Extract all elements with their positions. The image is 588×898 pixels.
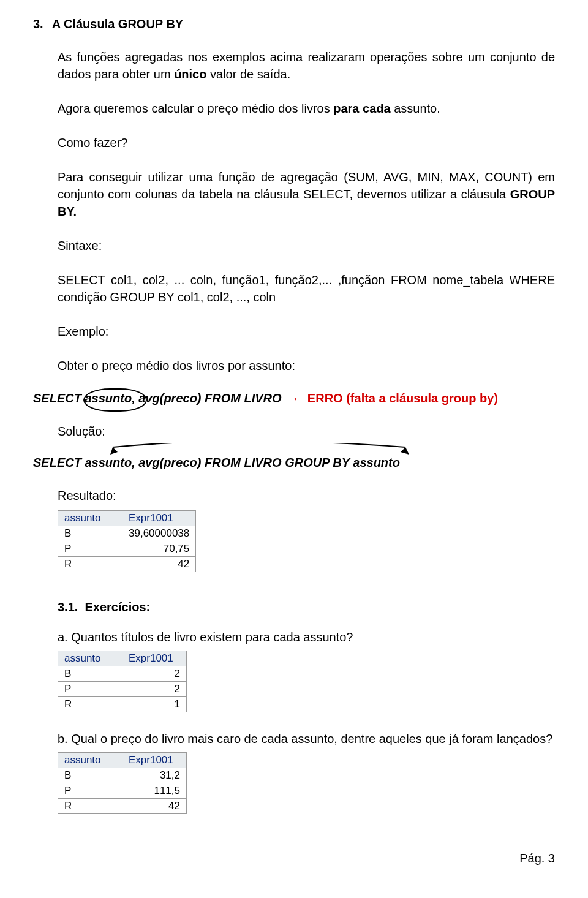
section-heading: 3. A Cláusula GROUP BY [33, 17, 555, 31]
section-number: 3. [33, 17, 43, 31]
sql-col-circled: assunto, [85, 391, 135, 405]
exercises-number: 3.1. [58, 600, 78, 614]
table-cell: 31,2 [123, 768, 187, 783]
table-cell: 2 [123, 682, 187, 697]
sql-keyword: SELECT [33, 391, 85, 405]
table-header-row: assunto Expr1001 [58, 651, 187, 666]
exercise-b: b. Qual o preço do livro mais caro de ca… [58, 732, 555, 746]
result-table-3: assunto Expr1001 B 31,2 P 111,5 R 42 [58, 752, 187, 814]
syntax-label: Sintaxe: [58, 237, 555, 254]
text-bold: único [174, 67, 206, 81]
table-header-row: assunto Expr1001 [58, 511, 196, 526]
text-span: As funções agregadas nos exemplos acima … [58, 50, 555, 81]
sql-rest: avg(preco) FROM LIVRO [135, 391, 282, 405]
text-span: Para conseguir utilizar uma função de ag… [58, 170, 555, 201]
table-row: R 42 [58, 799, 187, 814]
table-cell: B [58, 768, 123, 783]
table-row: P 70,75 [58, 541, 196, 557]
table-cell: B [58, 526, 123, 541]
table-cell: B [58, 666, 123, 682]
table-body: B 39,60000038 P 70,75 R 42 [58, 526, 196, 572]
exercise-a: a. Quantos títulos de livro existem para… [58, 630, 555, 644]
error-text: ERRO (falta a cláusula group by) [307, 391, 498, 405]
table-cell: 1 [123, 697, 187, 712]
table-cell: R [58, 799, 123, 814]
arrow-left-icon: ← [292, 391, 304, 405]
paragraph-3: Como fazer? [58, 134, 555, 151]
document-page: 3. A Cláusula GROUP BY As funções agrega… [0, 0, 588, 875]
table-row: R 42 [58, 557, 196, 572]
table-cell: R [58, 557, 123, 572]
table-cell: 42 [123, 557, 196, 572]
syntax-text: SELECT col1, col2, ... coln, função1, fu… [58, 271, 555, 306]
table-head: assunto Expr1001 [58, 511, 196, 526]
sql-ok-text: SELECT assunto, avg(preco) FROM LIVRO GR… [33, 456, 400, 469]
exercises-title: Exercícios: [85, 600, 150, 614]
table-body: B 2 P 2 R 1 [58, 666, 187, 712]
table-body: B 31,2 P 111,5 R 42 [58, 768, 187, 814]
table-row: P 111,5 [58, 783, 187, 799]
paragraph-2: Agora queremos calcular o preço médio do… [58, 100, 555, 117]
table-header: assunto [58, 753, 123, 768]
table-cell: 2 [123, 666, 187, 682]
example-label: Exemplo: [58, 323, 555, 340]
text-span: Agora queremos calcular o preço médio do… [58, 102, 333, 115]
example-description: Obter o preço médio dos livros por assun… [58, 357, 555, 374]
section-title: A Cláusula GROUP BY [52, 17, 184, 31]
solution-label: Solução: [58, 423, 555, 440]
table-cell: 70,75 [123, 541, 196, 557]
result-table-1: assunto Expr1001 B 39,60000038 P 70,75 R… [58, 510, 196, 572]
table-header: assunto [58, 511, 123, 526]
table-header-row: assunto Expr1001 [58, 753, 187, 768]
exercises-heading: 3.1. Exercícios: [58, 600, 555, 614]
table-header: Expr1001 [123, 511, 196, 526]
result-label: Resultado: [58, 487, 555, 504]
table-cell: 39,60000038 [123, 526, 196, 541]
table-cell: 42 [123, 799, 187, 814]
paragraph-1: As funções agregadas nos exemplos acima … [58, 48, 555, 83]
table-row: B 2 [58, 666, 187, 682]
table-header: assunto [58, 651, 123, 666]
table-row: B 39,60000038 [58, 526, 196, 541]
table-row: B 31,2 [58, 768, 187, 783]
result-table-2: assunto Expr1001 B 2 P 2 R 1 [58, 651, 187, 712]
table-row: P 2 [58, 682, 187, 697]
text-span: valor de saída. [206, 67, 290, 81]
text-bold: para cada [333, 102, 390, 115]
table-head: assunto Expr1001 [58, 753, 187, 768]
table-cell: P [58, 682, 123, 697]
table-cell: P [58, 783, 123, 799]
page-footer: Pág. 3 [519, 851, 555, 866]
table-header: Expr1001 [123, 651, 187, 666]
table-cell: P [58, 541, 123, 557]
table-cell: R [58, 697, 123, 712]
sql-solution-line: SELECT assunto, avg(preco) FROM LIVRO GR… [33, 443, 555, 470]
sql-error-line: SELECT assunto, avg(preco) FROM LIVRO ← … [33, 391, 555, 406]
table-cell: 111,5 [123, 783, 187, 799]
text-span: assunto. [391, 102, 440, 115]
table-header: Expr1001 [123, 753, 187, 768]
table-row: R 1 [58, 697, 187, 712]
table-head: assunto Expr1001 [58, 651, 187, 666]
paragraph-4: Para conseguir utilizar uma função de ag… [58, 168, 555, 220]
